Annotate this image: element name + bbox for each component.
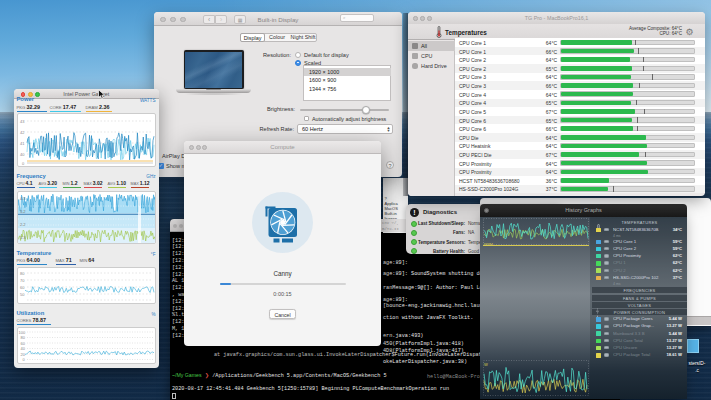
svg-text:50: 50 — [20, 292, 25, 297]
svg-text:3.2: 3.2 — [20, 209, 26, 214]
svg-text:2.2: 2.2 — [20, 222, 26, 227]
svg-text:80: 80 — [20, 335, 25, 340]
svg-text:40: 40 — [20, 346, 25, 351]
svg-text:0: 0 — [22, 357, 25, 362]
svg-text:80: 80 — [20, 271, 25, 276]
svg-text:42: 42 — [20, 130, 25, 135]
svg-text:100: 100 — [18, 330, 25, 335]
svg-text:1.3: 1.3 — [20, 235, 26, 240]
svg-text:4.3: 4.3 — [20, 196, 26, 201]
svg-text:70: 70 — [20, 278, 25, 283]
svg-text:20: 20 — [20, 352, 25, 357]
svg-text:60: 60 — [20, 341, 25, 346]
svg-text:43: 43 — [20, 119, 25, 124]
svg-text:41: 41 — [20, 141, 25, 146]
svg-text:40: 40 — [20, 152, 25, 157]
svg-text:60: 60 — [20, 285, 25, 290]
svg-text:0: 0 — [22, 161, 25, 166]
